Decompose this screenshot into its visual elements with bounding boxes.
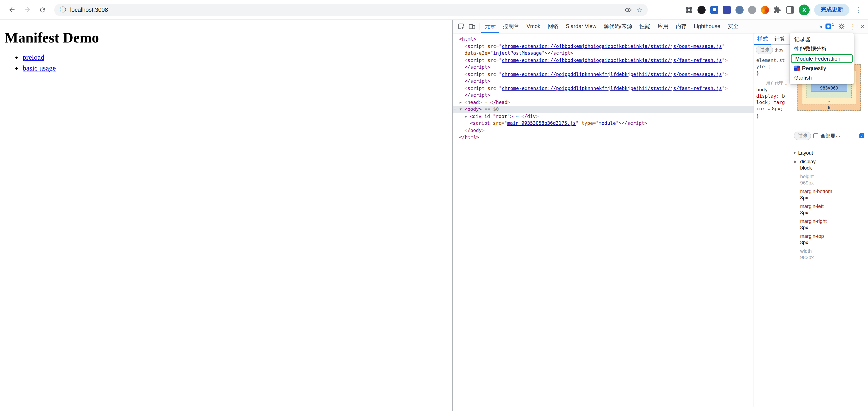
preview-eye-icon[interactable] [624, 6, 632, 13]
body-selector[interactable]: body { [756, 86, 787, 93]
menu-kebab-icon[interactable]: ⋮ [854, 6, 863, 14]
notification-badge[interactable]: 1 [826, 24, 834, 29]
computed-filter-row: 过滤 全部显示 [790, 132, 868, 140]
dom-tree-line[interactable]: </body> [453, 127, 753, 134]
styles-tab[interactable]: 样式 [754, 33, 771, 44]
device-toolbar-icon[interactable] [466, 21, 477, 32]
group-checkbox[interactable] [859, 133, 864, 138]
orange-extension-icon[interactable] [761, 6, 769, 14]
devtools-menu-kebab-icon[interactable]: ⋮ [848, 22, 857, 31]
page-link[interactable]: preload [23, 53, 44, 61]
update-button[interactable]: 完成更新 [814, 4, 849, 15]
pseudo-state-toggle[interactable]: :hov [775, 47, 783, 52]
dom-tree-line[interactable]: ▼⋯<body> == $0 [453, 106, 753, 113]
devtools-tab[interactable]: Vmok [523, 20, 544, 33]
collapse-arrow-icon[interactable]: ▼ [460, 106, 462, 113]
computed-property[interactable]: width983px [793, 248, 865, 260]
resource-link[interactable]: chrome-extension://poippddljpknhnekfmjlf… [502, 85, 722, 91]
devtools-toolbar-right: » 1 ⋮ × [819, 21, 865, 32]
layout-group-header[interactable]: ▼ Layout [793, 150, 865, 156]
computed-property[interactable]: ▶displayblock [793, 159, 865, 170]
badge-count: 1 [832, 22, 834, 27]
dom-tree-line[interactable]: <script src="chrome-extension://poippddl… [453, 85, 753, 92]
dom-tree-line[interactable]: data-e2e="injectPostMessage"></script> [453, 50, 753, 57]
dom-tree-line[interactable]: <script src="main.99353058b36d3175.js" t… [453, 120, 753, 127]
computed-property[interactable]: margin-left8px [793, 203, 865, 215]
url-text[interactable]: localhost:3008 [70, 6, 108, 13]
dom-tree-line[interactable]: </script> [453, 64, 753, 71]
page-link[interactable]: basic usage [23, 64, 56, 72]
devtools-tab[interactable]: 网络 [544, 20, 562, 33]
menu-item[interactable]: Requestly [790, 63, 854, 73]
devtools-tab[interactable]: 元素 [481, 20, 499, 33]
resource-link[interactable]: chrome-extension://ojbbodkemjdhoiogaicbc… [502, 57, 722, 63]
menu-item[interactable]: 性能数据分析 [790, 44, 854, 54]
dot-extension-icon[interactable] [698, 6, 706, 14]
styles-tab[interactable]: 计算 [771, 33, 788, 44]
computed-property[interactable]: margin-right8px [793, 218, 865, 230]
dom-tree-line[interactable]: ▶<head> ⋯ </head> [453, 99, 753, 106]
dom-tree-line[interactable]: ▶<div id="root"> ⋯ </div> [453, 113, 753, 120]
dom-tree-line[interactable]: </html> [453, 134, 753, 141]
indigo-extension-icon[interactable] [723, 6, 731, 14]
dom-tree-line[interactable]: <script src="chrome-extension://ojbbodke… [453, 43, 753, 50]
menu-item-label: Module Federation [795, 55, 840, 62]
css-property-name[interactable]: display [756, 93, 776, 99]
menu-item[interactable]: 记录器 [790, 35, 854, 44]
expand-arrow-icon[interactable]: ▶ [768, 107, 772, 111]
computed-property[interactable]: margin-top8px [793, 233, 865, 245]
show-all-label[interactable]: 全部显示 [820, 132, 840, 139]
puzzle-extensions-icon[interactable] [773, 6, 782, 14]
expand-arrow-icon[interactable]: ▶ [794, 160, 797, 164]
menu-item[interactable]: Garfish [790, 73, 854, 82]
node-menu-icon[interactable]: ⋯ [454, 106, 456, 113]
devtools-tab[interactable]: 性能 [636, 20, 654, 33]
expand-arrow-icon[interactable]: ▶ [465, 113, 467, 120]
forward-icon[interactable] [21, 3, 33, 16]
styles-filter-input[interactable]: 过滤 [756, 45, 773, 54]
devtools-tab[interactable]: 控制台 [499, 20, 523, 33]
dom-tree-line[interactable]: </script> [453, 78, 753, 85]
gear-icon[interactable] [837, 21, 845, 32]
address-bar[interactable]: ⓘ localhost:3008 ☆ [54, 3, 648, 16]
more-tabs-icon[interactable]: » [819, 23, 822, 30]
back-icon[interactable] [5, 3, 18, 16]
collapse-arrow-icon[interactable]: ▼ [793, 151, 796, 155]
web-page: Manifest Demo preloadbasic usage [0, 20, 452, 411]
inspect-element-icon[interactable] [456, 21, 466, 32]
show-all-checkbox[interactable] [813, 133, 818, 138]
gray-extension-icon[interactable] [748, 6, 756, 14]
computed-filter-input[interactable]: 过滤 [794, 132, 811, 140]
dom-tree-line[interactable]: <html> [453, 36, 753, 43]
devtools-tab[interactable]: Slardar View [562, 20, 600, 33]
devtools-tab[interactable]: Lighthouse [690, 20, 724, 33]
dom-tree: <html><script src="chrome-extension://oj… [453, 33, 754, 407]
devtools-tab[interactable]: 应用 [654, 20, 672, 33]
devtools-tab[interactable]: 内存 [672, 20, 690, 33]
requestly-icon [794, 65, 800, 71]
expand-arrow-icon[interactable]: ▶ [460, 99, 462, 106]
dom-tree-line[interactable]: <script src="chrome-extension://ojbbodke… [453, 57, 753, 64]
resource-link[interactable]: chrome-extension://poippddljpknhnekfmjlf… [502, 71, 722, 76]
grid-extension-icon[interactable] [685, 6, 693, 14]
computed-property[interactable]: height969px [793, 173, 865, 185]
dom-tree-line[interactable]: </script> [453, 92, 753, 99]
dom-tree-line[interactable]: <script src="chrome-extension://poippddl… [453, 71, 753, 78]
profile-avatar[interactable]: X [799, 4, 810, 15]
devtools-tab[interactable]: 源代码/来源 [600, 20, 636, 33]
code-token: " [504, 120, 507, 126]
css-property-value[interactable]: 8px; [772, 106, 783, 111]
blue-extension-icon[interactable] [710, 6, 718, 14]
menu-item[interactable]: Module Federation [790, 54, 853, 63]
resource-link[interactable]: main.99353058b36d3175.js [507, 120, 576, 126]
slate-extension-icon[interactable] [736, 6, 744, 14]
side-panel-icon[interactable] [786, 6, 794, 13]
close-icon[interactable]: × [860, 23, 864, 30]
devtools-tab[interactable]: 安全 [724, 20, 742, 33]
computed-property[interactable]: margin-bottom8px [793, 189, 865, 200]
site-info-icon[interactable]: ⓘ [60, 6, 66, 14]
element-style-selector[interactable]: element.style { [756, 57, 785, 69]
bookmark-star-icon[interactable]: ☆ [636, 6, 642, 14]
resource-link[interactable]: chrome-extension://ojbbodkemjdhoiogaicbc… [502, 43, 722, 49]
reload-icon[interactable] [36, 3, 49, 16]
